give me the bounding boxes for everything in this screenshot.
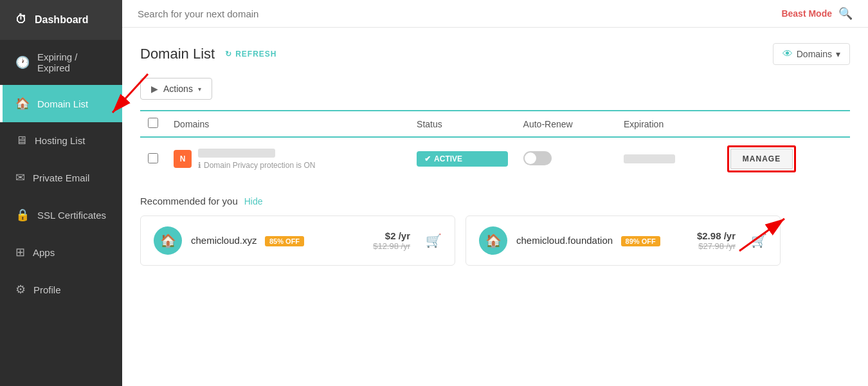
page-title: Domain List (140, 46, 215, 62)
checkmark-icon: ✔ (424, 154, 431, 163)
sidebar-item-label: Apps (33, 247, 55, 258)
info-icon: ℹ (198, 161, 201, 170)
sidebar-item-label: Profile (33, 284, 61, 295)
recommended-header: Recommended for you Hide (140, 196, 850, 207)
content-area: Domain List ↻ REFRESH 👁 Domains ▾ ▶ Acti… (122, 28, 868, 386)
domain-privacy: ℹ Domain Privacy protection is ON (198, 161, 315, 170)
sidebar: ⏱ Dashboard 🕐 Expiring / Expired 🏠 Domai… (0, 0, 122, 386)
sidebar-item-profile[interactable]: ⚙ Profile (0, 271, 122, 308)
domains-dropdown[interactable]: 👁 Domains ▾ (773, 43, 850, 65)
search-button[interactable]: 🔍 (838, 6, 853, 21)
domain-name-cell: N ℹ Domain Privacy protection is ON (174, 149, 401, 170)
rec-card-1: 🏠 chemicloud.xyz 85% OFF $2 /yr $12.98 /… (140, 216, 455, 266)
sidebar-item-label: Dashboard (35, 14, 89, 26)
expiring-icon: 🕐 (15, 55, 30, 69)
refresh-label: REFRESH (235, 50, 276, 59)
dashboard-icon: ⏱ (15, 13, 27, 26)
privacy-text: Domain Privacy protection is ON (204, 161, 315, 170)
chevron-down-icon: ▾ (836, 49, 840, 59)
ssl-icon: 🔒 (15, 208, 30, 222)
rec-old-price-2: $27.98 /yr (698, 241, 736, 251)
eye-icon: 👁 (782, 48, 793, 60)
rec-card-icon-1: 🏠 (154, 226, 182, 255)
row-checkbox-cell (140, 137, 166, 180)
play-icon: ▶ (151, 84, 158, 94)
rec-card-info-2: chemicloud.foundation 89% OFF (516, 235, 688, 246)
manage-button[interactable]: MANAGE (730, 149, 793, 169)
cart-icon-2[interactable]: 🛒 (751, 233, 767, 248)
table-header-autorenew: Auto-Renew (516, 111, 616, 137)
actions-button[interactable]: ▶ Actions ▾ (140, 78, 212, 100)
search-input[interactable] (138, 8, 781, 19)
actions-section: ▶ Actions ▾ (140, 78, 850, 100)
rec-badge-1: 85% OFF (265, 236, 304, 246)
rec-domain-1: chemicloud.xyz (191, 235, 257, 246)
main-content: Beast Mode 🔍 Domain List ↻ REFRESH 👁 Dom… (122, 0, 868, 386)
sidebar-item-label: Domain List (37, 98, 88, 109)
expiration-placeholder (624, 154, 675, 163)
rec-price-2: $2.98 /yr (697, 230, 736, 241)
autorenew-toggle[interactable] (523, 151, 552, 165)
status-cell: ✔ ACTIVE (409, 137, 516, 180)
cart-icon-1[interactable]: 🛒 (426, 233, 442, 248)
select-all-checkbox[interactable] (148, 118, 158, 128)
domain-cell: N ℹ Domain Privacy protection is ON (166, 137, 409, 180)
sidebar-item-label: Hosting List (35, 135, 85, 146)
table-header-status: Status (409, 111, 516, 137)
table-row: N ℹ Domain Privacy protection is ON (140, 137, 850, 180)
caret-icon: ▾ (198, 86, 201, 93)
status-text: ACTIVE (434, 154, 462, 163)
sidebar-item-expiring[interactable]: 🕐 Expiring / Expired (0, 40, 122, 85)
sidebar-item-label: Private Email (33, 172, 89, 183)
rec-domain-2: chemicloud.foundation (516, 235, 613, 246)
table-header-checkbox (140, 111, 166, 137)
sidebar-item-label: SSL Certificates (37, 210, 106, 221)
recommended-cards: 🏠 chemicloud.xyz 85% OFF $2 /yr $12.98 /… (140, 216, 850, 266)
table-header-actions (719, 111, 850, 137)
manage-cell: MANAGE (719, 137, 850, 180)
domain-name-placeholder (198, 149, 275, 158)
rec-old-price-1: $12.98 /yr (373, 241, 410, 251)
autorenew-cell (516, 137, 616, 180)
search-bar: Beast Mode 🔍 (122, 0, 868, 28)
expiration-cell (616, 137, 719, 180)
sidebar-item-hosting-list[interactable]: 🖥 Hosting List (0, 122, 122, 159)
hosting-icon: 🖥 (15, 134, 27, 147)
profile-icon: ⚙ (15, 282, 26, 297)
recommended-title: Recommended for you (140, 196, 238, 207)
sidebar-item-private-email[interactable]: ✉ Private Email (0, 159, 122, 196)
domain-text-block: ℹ Domain Privacy protection is ON (198, 149, 315, 170)
rec-card-icon-2: 🏠 (479, 226, 507, 255)
domain-badge-icon: N (174, 150, 192, 168)
status-badge: ✔ ACTIVE (417, 151, 508, 167)
sidebar-item-ssl[interactable]: 🔒 SSL Certificates (0, 196, 122, 234)
domains-dropdown-label: Domains (797, 49, 832, 59)
sidebar-item-dashboard[interactable]: ⏱ Dashboard (0, 0, 122, 40)
rec-card-2: 🏠 chemicloud.foundation 89% OFF $2.98 /y… (466, 216, 781, 266)
rec-price-section-2: $2.98 /yr $27.98 /yr (697, 230, 736, 251)
manage-btn-wrapper: MANAGE (727, 145, 796, 172)
domain-list-header: Domain List ↻ REFRESH 👁 Domains ▾ (140, 43, 850, 65)
domain-table: Domains Status Auto-Renew Expiration N (140, 110, 850, 180)
rec-price-section-1: $2 /yr $12.98 /yr (373, 230, 410, 251)
rec-price-1: $2 /yr (385, 230, 410, 241)
table-header-domains: Domains (166, 111, 409, 137)
rec-card-info-1: chemicloud.xyz 85% OFF (191, 235, 364, 246)
domain-list-title: Domain List ↻ REFRESH (140, 46, 277, 62)
table-header-expiration: Expiration (616, 111, 719, 137)
actions-label: Actions (163, 84, 193, 94)
sidebar-item-domain-list[interactable]: 🏠 Domain List (0, 85, 122, 122)
beast-mode-link[interactable]: Beast Mode (781, 8, 832, 19)
row-checkbox[interactable] (148, 153, 158, 163)
apps-icon: ⊞ (15, 245, 25, 259)
rec-badge-2: 89% OFF (621, 236, 660, 246)
email-icon: ✉ (15, 170, 25, 185)
hide-link[interactable]: Hide (244, 196, 263, 207)
recommended-section: Recommended for you Hide 🏠 chemicloud.xy… (140, 196, 850, 266)
sidebar-item-apps[interactable]: ⊞ Apps (0, 234, 122, 271)
refresh-button[interactable]: ↻ REFRESH (225, 50, 276, 59)
domain-list-icon: 🏠 (15, 96, 30, 111)
sidebar-item-label: Expiring / Expired (37, 51, 109, 73)
refresh-icon: ↻ (225, 50, 232, 59)
